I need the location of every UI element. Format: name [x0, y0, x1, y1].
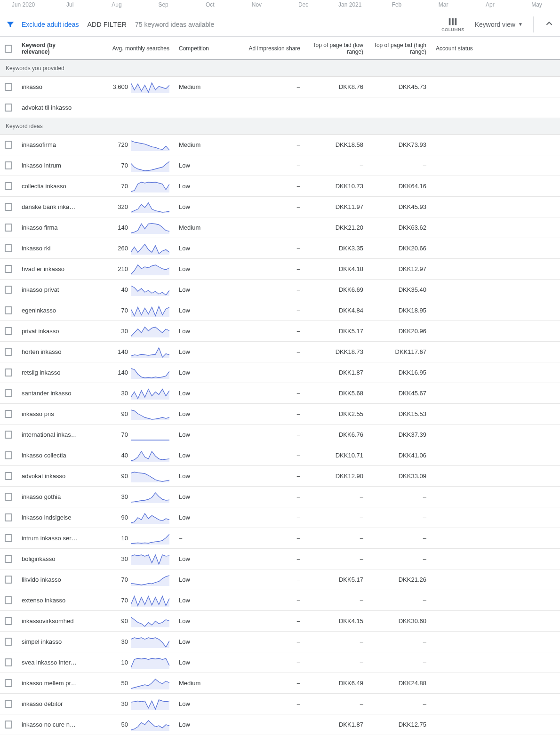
row-checkbox[interactable] — [5, 555, 12, 563]
sparkline — [131, 532, 169, 545]
row-checkbox[interactable] — [5, 472, 12, 480]
impr-cell: – — [239, 224, 305, 231]
table-row[interactable]: svea inkasso inter…10Low––– — [0, 652, 560, 673]
row-checkbox[interactable] — [5, 389, 12, 397]
table-row[interactable]: hvad er inkasso210Low–DKK4.18DKK12.97 — [0, 259, 560, 280]
row-checkbox[interactable] — [5, 104, 12, 112]
table-row[interactable]: inkasso collectia40Low–DKK10.71DKK41.06 — [0, 445, 560, 466]
collapse-button[interactable] — [544, 18, 554, 30]
table-row[interactable]: inkasso firma140Medium–DKK21.20DKK63.62 — [0, 217, 560, 238]
row-checkbox[interactable] — [5, 161, 12, 169]
table-row[interactable]: inkasso rki260Low–DKK3.35DKK20.66 — [0, 238, 560, 259]
bid-high-cell: DKK30.60 — [368, 617, 431, 625]
table-row[interactable]: intrum inkasso ser…10–––– — [0, 528, 560, 549]
row-checkbox[interactable] — [5, 721, 12, 729]
table-row[interactable]: horten inkasso140Low–DKK18.73DKK117.67 — [0, 342, 560, 362]
row-checkbox[interactable] — [5, 638, 12, 646]
row-checkbox[interactable] — [5, 513, 12, 521]
keyword-view-dropdown[interactable]: Keyword view ▼ — [475, 21, 523, 28]
table-row[interactable]: inkasso mellem pr…50Medium–DKK6.49DKK24.… — [0, 673, 560, 694]
col-bid-high[interactable]: Top of page bid (high range) — [368, 37, 431, 59]
table-row[interactable]: danske bank inkas…320Low–DKK11.97DKK45.9… — [0, 197, 560, 217]
row-checkbox[interactable] — [5, 286, 12, 294]
table-row[interactable]: santander inkasso30Low–DKK5.68DKK45.67 — [0, 383, 560, 404]
select-all-checkbox[interactable] — [5, 45, 12, 53]
keyword-cell: inkasso gothia — [17, 493, 83, 500]
sparkline — [131, 81, 169, 93]
row-checkbox[interactable] — [5, 182, 12, 190]
table-row[interactable]: inkasso gothia30Low––– — [0, 487, 560, 507]
table-row[interactable]: advokat til inkasso––––– — [0, 97, 560, 118]
row-checkbox[interactable] — [5, 203, 12, 211]
impr-cell: – — [239, 473, 305, 480]
table-row[interactable]: inkasso indsigelse90Low––– — [0, 507, 560, 528]
col-competition[interactable]: Competition — [174, 37, 239, 59]
table-row[interactable]: inkasso no cure n…50Low–DKK1.87DKK12.75 — [0, 714, 560, 735]
row-checkbox[interactable] — [5, 700, 12, 708]
row-checkbox[interactable] — [5, 451, 12, 459]
row-checkbox[interactable] — [5, 244, 12, 252]
row-checkbox[interactable] — [5, 141, 12, 149]
columns-button[interactable]: COLUMNS — [441, 16, 464, 32]
bid-high-cell: DKK41.06 — [368, 452, 431, 459]
exclude-adult-link[interactable]: Exclude adult ideas — [22, 21, 79, 28]
row-checkbox[interactable] — [5, 617, 12, 625]
keyword-cell: inkasso collectia — [17, 452, 83, 459]
table-row[interactable]: inkasso debitor30Low––– — [0, 694, 560, 714]
table-row[interactable]: extenso inkasso70Low––– — [0, 590, 560, 611]
searches-cell: 70 — [83, 160, 174, 172]
table-row[interactable]: collectia inkasso70Low–DKK10.73DKK64.16 — [0, 176, 560, 197]
searches-cell: 70 — [83, 180, 174, 192]
impr-cell: – — [239, 576, 305, 583]
bid-low-cell: DKK10.71 — [305, 452, 368, 459]
table-row[interactable]: inkassovirksomhed90Low–DKK4.15DKK30.60 — [0, 611, 560, 632]
row-checkbox[interactable] — [5, 224, 12, 232]
table-row[interactable]: likvido inkasso70Low–DKK5.17DKK21.26 — [0, 569, 560, 590]
impr-cell: – — [239, 659, 305, 666]
table-row[interactable]: inkasso3,600Medium–DKK8.76DKK45.73 — [0, 77, 560, 97]
add-filter-button[interactable]: ADD FILTER — [87, 21, 127, 28]
row-checkbox[interactable] — [5, 596, 12, 604]
table-row[interactable]: advokat inkasso90Low–DKK12.90DKK33.09 — [0, 466, 560, 487]
keyword-cell: collectia inkasso — [17, 183, 83, 190]
row-checkbox[interactable] — [5, 83, 12, 91]
col-account-status[interactable]: Account status — [431, 37, 560, 59]
row-checkbox[interactable] — [5, 679, 12, 687]
table-row[interactable]: inkassofirma720Medium–DKK18.58DKK73.93 — [0, 135, 560, 155]
competition-cell: Low — [174, 369, 239, 376]
row-checkbox[interactable] — [5, 534, 12, 542]
row-checkbox[interactable] — [5, 658, 12, 666]
row-checkbox[interactable] — [5, 348, 12, 356]
table-row[interactable]: boliginkasso30Low––– — [0, 549, 560, 569]
col-bid-low[interactable]: Top of page bid (low range) — [305, 37, 368, 59]
row-checkbox[interactable] — [5, 327, 12, 335]
col-impr-share[interactable]: Ad impression share — [239, 37, 305, 59]
table-row[interactable]: inkasso privat40Low–DKK6.69DKK35.40 — [0, 280, 560, 300]
table-row[interactable]: privat inkasso30Low–DKK5.17DKK20.96 — [0, 321, 560, 342]
competition-cell: Low — [174, 348, 239, 355]
bid-high-cell: DKK63.62 — [368, 224, 431, 231]
table-row[interactable]: simpel inkasso30Low––– — [0, 632, 560, 652]
bid-low-cell: DKK4.18 — [305, 265, 368, 272]
row-checkbox[interactable] — [5, 306, 12, 314]
bid-low-cell: DKK11.97 — [305, 203, 368, 210]
bid-high-cell: DKK24.88 — [368, 680, 431, 687]
sparkline — [131, 636, 169, 648]
row-checkbox[interactable] — [5, 493, 12, 501]
table-row[interactable]: inkasso intrum70Low––– — [0, 155, 560, 176]
table-row[interactable]: retslig inkasso140Low–DKK1.87DKK16.95 — [0, 362, 560, 383]
filter-icon[interactable] — [6, 20, 15, 29]
row-checkbox[interactable] — [5, 265, 12, 273]
table-row[interactable]: international inkas…70Low–DKK6.76DKK37.3… — [0, 425, 560, 445]
row-checkbox[interactable] — [5, 410, 12, 418]
col-searches[interactable]: Avg. monthly searches — [83, 37, 174, 59]
searches-cell: 50 — [83, 677, 174, 689]
table-row[interactable]: inkasso pris90Low–DKK2.55DKK15.53 — [0, 404, 560, 425]
row-checkbox[interactable] — [5, 576, 12, 584]
row-checkbox[interactable] — [5, 368, 12, 376]
bid-high-cell: DKK64.16 — [368, 183, 431, 190]
table-row[interactable]: egeninkasso70Low–DKK4.84DKK18.95 — [0, 300, 560, 321]
col-keyword[interactable]: Keyword (by relevance) — [17, 37, 83, 59]
row-checkbox[interactable] — [5, 431, 12, 439]
bid-high-cell: – — [368, 104, 431, 111]
